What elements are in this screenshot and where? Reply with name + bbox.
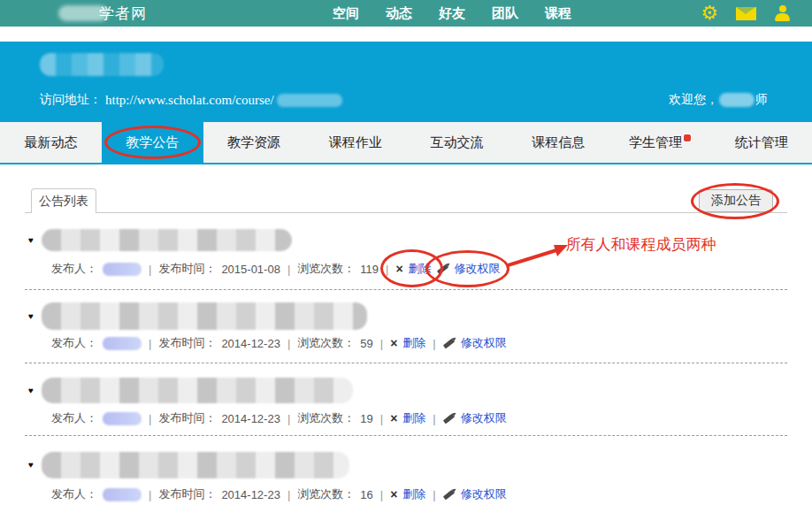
- tab-student-management[interactable]: 学生管理: [609, 122, 711, 163]
- edit-permission-link[interactable]: 修改权限: [461, 486, 507, 502]
- publisher-label: 发布人：: [51, 410, 97, 426]
- course-tabbar: 最新动态 教学公告 教学资源 课程作业 互动交流 课程信息 学生管理 统计管理: [0, 122, 812, 164]
- edit-permission-link[interactable]: 修改权限: [461, 410, 507, 426]
- delete-x-icon: ×: [390, 488, 397, 501]
- meta-separator: |: [379, 412, 385, 425]
- announcement-title-row[interactable]: ♥: [28, 302, 367, 330]
- publish-date: 2014-12-23: [221, 488, 280, 501]
- meta-separator: |: [384, 263, 390, 276]
- publish-time-label: 发布时间：: [158, 486, 216, 502]
- top-menu: 空间 动态 好友 团队 课程: [333, 0, 571, 27]
- menu-item-teams[interactable]: 团队: [492, 5, 518, 22]
- course-url[interactable]: http://www.scholat.com/course/: [105, 93, 274, 108]
- bullet-icon: ♥: [28, 461, 34, 470]
- top-navbar: 学者网 空间 动态 好友 团队 课程 ⚙: [0, 0, 812, 27]
- publish-date: 2015-01-08: [221, 263, 280, 276]
- announcement-meta: 发布人： | 发布时间： 2014-12-23 | 浏览次数： 19 | × 删…: [51, 410, 507, 426]
- pencil-icon: [443, 489, 455, 500]
- meta-separator: |: [286, 412, 292, 425]
- tab-latest-activity[interactable]: 最新动态: [0, 122, 102, 163]
- site-logo[interactable]: 学者网: [58, 3, 147, 24]
- announcement-meta: 发布人： | 发布时间： 2014-12-23 | 浏览次数： 59 | × 删…: [51, 335, 507, 351]
- delete-link[interactable]: 删除: [402, 410, 425, 426]
- announcement-meta: 发布人： | 发布时间： 2014-12-23 | 浏览次数： 16 | × 删…: [51, 486, 507, 502]
- publisher-label: 发布人：: [51, 261, 97, 277]
- publish-time-label: 发布时间：: [158, 410, 216, 426]
- meta-separator: |: [379, 488, 385, 501]
- tab-statistics-management[interactable]: 统计管理: [710, 122, 812, 163]
- delete-x-icon: ×: [390, 337, 397, 349]
- add-announcement-button[interactable]: 添加公告: [699, 189, 773, 212]
- tab-interaction[interactable]: 互动交流: [406, 122, 508, 163]
- delete-x-icon: ×: [390, 412, 397, 424]
- edit-permission-link[interactable]: 修改权限: [455, 261, 501, 277]
- view-count: 19: [360, 412, 372, 425]
- announcement-item: ♥ 发布人： | 发布时间： 2014-12-23 | 浏览次数： 19 | ×…: [25, 364, 787, 436]
- logo-blur-patch: [58, 5, 108, 21]
- welcome-prefix: 欢迎您，: [669, 92, 718, 108]
- tab-course-info[interactable]: 课程信息: [508, 122, 609, 163]
- publish-time-label: 发布时间：: [158, 335, 216, 351]
- user-icon[interactable]: [774, 5, 791, 22]
- views-label: 浏览次数：: [297, 410, 355, 426]
- announcement-item: ♥ 发布人： | 发布时间： 2015-01-08 | 浏览次数： 119 | …: [25, 223, 787, 290]
- announcement-title-row[interactable]: ♥: [28, 378, 353, 403]
- announcement-list-tab[interactable]: 公告列表: [31, 188, 96, 213]
- pencil-icon: [436, 264, 448, 274]
- publisher-name-blurred: [103, 488, 142, 501]
- delete-action: × 删除: [395, 261, 431, 277]
- publisher-name-blurred: [103, 263, 142, 276]
- announcement-title-blurred: [42, 452, 349, 478]
- bullet-icon: ♥: [28, 236, 34, 245]
- view-count: 59: [360, 337, 372, 350]
- announcement-item: ♥ 发布人： | 发布时间： 2014-12-23 | 浏览次数： 59 | ×…: [25, 291, 787, 363]
- tab-course-homework[interactable]: 课程作业: [304, 122, 406, 163]
- menu-item-activity[interactable]: 动态: [386, 5, 412, 22]
- bullet-icon: ♥: [28, 312, 34, 321]
- edit-permission-link[interactable]: 修改权限: [461, 335, 507, 351]
- gear-icon[interactable]: ⚙: [701, 4, 718, 23]
- visit-address-label: 访问地址：: [40, 92, 102, 108]
- meta-separator: |: [431, 488, 437, 501]
- views-label: 浏览次数：: [297, 486, 355, 502]
- visit-address-line: 访问地址： http://www.scholat.com/course/: [40, 92, 342, 108]
- meta-separator: |: [379, 337, 385, 350]
- mail-icon[interactable]: [736, 7, 756, 20]
- meta-separator: |: [286, 337, 292, 350]
- pencil-icon: [443, 413, 455, 424]
- publish-date: 2014-12-23: [221, 412, 280, 425]
- meta-separator: |: [286, 488, 292, 501]
- tab-label: 学生管理: [629, 134, 682, 151]
- meta-separator: |: [147, 412, 153, 425]
- pencil-icon: [443, 338, 455, 348]
- publisher-label: 发布人：: [51, 486, 97, 502]
- delete-x-icon: ×: [395, 263, 402, 275]
- meta-separator: |: [147, 337, 153, 350]
- delete-link[interactable]: 删除: [409, 261, 432, 277]
- welcome-message: 欢迎您， 师: [669, 92, 768, 108]
- bullet-icon: ♥: [28, 386, 34, 395]
- tab-label: 教学公告: [126, 134, 179, 151]
- panel-divider: [25, 212, 787, 213]
- announcement-title-row[interactable]: ♥: [28, 452, 349, 478]
- view-count: 119: [360, 263, 379, 276]
- views-label: 浏览次数：: [297, 335, 355, 351]
- new-badge: [684, 134, 691, 141]
- delete-link[interactable]: 删除: [402, 486, 425, 502]
- meta-separator: |: [431, 337, 437, 350]
- delete-link[interactable]: 删除: [402, 335, 425, 351]
- announcement-item: ♥ 发布人： | 发布时间： 2014-12-23 | 浏览次数： 16 | ×…: [25, 437, 787, 512]
- menu-item-courses[interactable]: 课程: [545, 5, 571, 22]
- tab-teaching-announcements[interactable]: 教学公告: [102, 122, 203, 163]
- tab-teaching-resources[interactable]: 教学资源: [203, 122, 305, 163]
- publisher-name-blurred: [103, 412, 142, 425]
- menu-item-space[interactable]: 空间: [333, 5, 359, 22]
- announcement-title-blurred: [42, 229, 292, 251]
- welcome-suffix: 师: [755, 92, 768, 108]
- announcement-title-row[interactable]: ♥: [28, 229, 292, 251]
- meta-separator: |: [431, 412, 437, 425]
- publisher-label: 发布人：: [51, 335, 97, 351]
- add-announcement-label: 添加公告: [711, 193, 761, 209]
- menu-item-friends[interactable]: 好友: [439, 5, 465, 22]
- course-title-blurred: [40, 53, 164, 76]
